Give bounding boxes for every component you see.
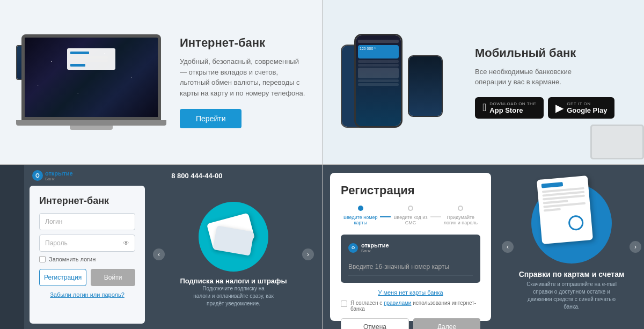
internet-bank-description: Удобный, безопасный, современный — откры… bbox=[180, 56, 306, 98]
bank-logo-subtext: Банк bbox=[45, 177, 73, 181]
registration-form: Регистрация Введите номер карты Введите … bbox=[330, 173, 491, 321]
step-2-dot bbox=[408, 206, 413, 211]
app-store-button[interactable]:  Download on the App Store bbox=[475, 97, 544, 119]
login-panel: О открытие Банк 8 800 444-44-00 Интернет… bbox=[0, 165, 322, 330]
registration-panel: Регистрация Введите номер карты Введите … bbox=[322, 165, 644, 330]
registration-buttons: Отмена Далее bbox=[341, 318, 480, 329]
laptop-base bbox=[16, 120, 166, 126]
google-play-icon: ▶ bbox=[555, 101, 564, 114]
step-connector-1-2 bbox=[380, 216, 391, 217]
google-play-name: Google Play bbox=[567, 106, 607, 114]
remember-row: Запомнить логин bbox=[39, 256, 135, 262]
right-carousel-description: Скачивайте и отправляйте на e-mail справ… bbox=[523, 281, 620, 311]
step-1-label: Введите номер карты bbox=[341, 215, 380, 226]
password-input[interactable]: Пароль 👁 bbox=[39, 235, 135, 252]
document-illustration bbox=[537, 176, 593, 244]
consent-checkbox[interactable] bbox=[341, 301, 347, 307]
registration-steps: Введите номер карты Введите код из СМС П… bbox=[341, 206, 480, 226]
consent-link[interactable]: правилами bbox=[384, 300, 411, 306]
document-seal bbox=[568, 215, 584, 231]
sidebar-nav bbox=[0, 165, 24, 330]
step-3-label: Придумайте логин и пароль bbox=[441, 215, 480, 226]
phone-number: 8 800 444-44-00 bbox=[77, 172, 317, 180]
teal-circle-decoration bbox=[199, 202, 268, 272]
internet-bank-text-area: Интернет-банк Удобный, безопасный, совре… bbox=[166, 36, 306, 128]
login-input[interactable]: Логин bbox=[39, 213, 135, 230]
store-buttons-row:  Download on the App Store ▶ GET IT ON … bbox=[475, 97, 628, 119]
laptop-stand bbox=[70, 126, 113, 130]
google-play-small-text: GET IT ON bbox=[567, 101, 590, 106]
internet-bank-title: Интернет-банк bbox=[180, 36, 306, 50]
mobile-bank-title: Мобильный банк bbox=[475, 46, 628, 60]
registration-title: Регистрация bbox=[341, 184, 480, 198]
apple-icon:  bbox=[482, 101, 486, 114]
goto-button[interactable]: Перейти bbox=[180, 109, 241, 128]
carousel-left: ‹ Подписка на налоги и штрафы Подключите… bbox=[150, 186, 317, 324]
step-2-label: Введите код из СМС bbox=[391, 215, 430, 226]
right-carousel-prev-button[interactable]: ‹ bbox=[502, 241, 514, 253]
dark-logo-text: открытие bbox=[361, 242, 389, 248]
consent-text: Я согласен с правилами использования инт… bbox=[350, 300, 480, 312]
carousel-prev-button[interactable]: ‹ bbox=[153, 248, 165, 260]
login-button[interactable]: Войти bbox=[91, 269, 135, 286]
consent-row: Я согласен с правилами использования инт… bbox=[341, 300, 480, 312]
doc-line-6 bbox=[544, 208, 561, 211]
carousel-slide-description: Подключите подписку на налоги и оплачива… bbox=[193, 285, 274, 308]
mobile-bank-panel: 120 000 * Мобильный банк Все необходимые… bbox=[322, 0, 644, 165]
dark-form-logo: О открытие Банк bbox=[348, 242, 473, 253]
login-form-title: Интернет-банк bbox=[39, 195, 135, 207]
step-connector-2-3 bbox=[430, 216, 441, 217]
google-play-button[interactable]: ▶ GET IT ON Google Play bbox=[548, 97, 614, 119]
register-button[interactable]: Регистрация bbox=[39, 269, 86, 286]
right-carousel-next-button[interactable]: › bbox=[630, 241, 641, 253]
step-3: Придумайте логин и пароль bbox=[441, 206, 480, 226]
forgot-password-link[interactable]: Забыли логин или пароль? bbox=[39, 291, 135, 298]
eye-icon: 👁 bbox=[123, 239, 129, 247]
phone-main: 120 000 * bbox=[354, 34, 402, 128]
step-3-dot bbox=[458, 206, 463, 211]
laptop-illustration bbox=[16, 34, 166, 130]
google-play-text: GET IT ON Google Play bbox=[567, 101, 607, 114]
carousel-next-button[interactable]: › bbox=[302, 248, 314, 260]
doc-paper-logo bbox=[541, 182, 564, 188]
bank-logo-icon: О bbox=[32, 170, 43, 181]
document-circle-decoration bbox=[531, 183, 612, 264]
step-2: Введите код из СМС bbox=[391, 206, 430, 226]
step-1: Введите номер карты bbox=[341, 206, 380, 226]
login-form: Интернет-банк Логин Пароль 👁 Запомнить л… bbox=[30, 186, 145, 324]
cancel-button[interactable]: Отмена bbox=[341, 318, 409, 329]
step-1-dot bbox=[358, 206, 363, 211]
app-store-text: Download on the App Store bbox=[489, 101, 536, 114]
laptop-device bbox=[21, 34, 161, 120]
no-card-link[interactable]: У меня нет карты банка bbox=[341, 289, 480, 296]
remember-checkbox[interactable] bbox=[39, 256, 46, 262]
dark-logo-sub: Банк bbox=[361, 248, 389, 253]
laptop-corner-decoration bbox=[590, 125, 644, 159]
remember-label: Запомнить логин bbox=[49, 256, 96, 262]
dark-logo-icon: О bbox=[348, 243, 358, 253]
carousel-right: ‹ Справки по картам и счетам Скачивайте … bbox=[499, 165, 644, 330]
card-number-input[interactable]: Введите 16-значный номер карты bbox=[348, 259, 473, 275]
mobile-bank-text-area: Мобильный банк Все необходимые банковски… bbox=[467, 46, 628, 119]
app-store-name: App Store bbox=[489, 106, 523, 114]
form-buttons-row: Регистрация Войти bbox=[39, 269, 135, 286]
internet-bank-panel: Интернет-банк Удобный, безопасный, совре… bbox=[0, 0, 322, 165]
mobile-bank-description: Все необходимые банковские операции у ва… bbox=[475, 67, 598, 87]
carousel-slide-title: Подписка на налоги и штрафы bbox=[180, 277, 287, 285]
bank-logo-text: открытие bbox=[45, 170, 73, 177]
phones-illustration: 120 000 * bbox=[338, 28, 467, 136]
dark-form-box: О открытие Банк Введите 16-значный номер… bbox=[341, 235, 480, 283]
next-button[interactable]: Далее bbox=[413, 318, 480, 329]
right-carousel-title: Справки по картам и счетам bbox=[519, 270, 625, 279]
phone-small bbox=[408, 55, 443, 117]
app-store-small-text: Download on the bbox=[489, 101, 536, 106]
